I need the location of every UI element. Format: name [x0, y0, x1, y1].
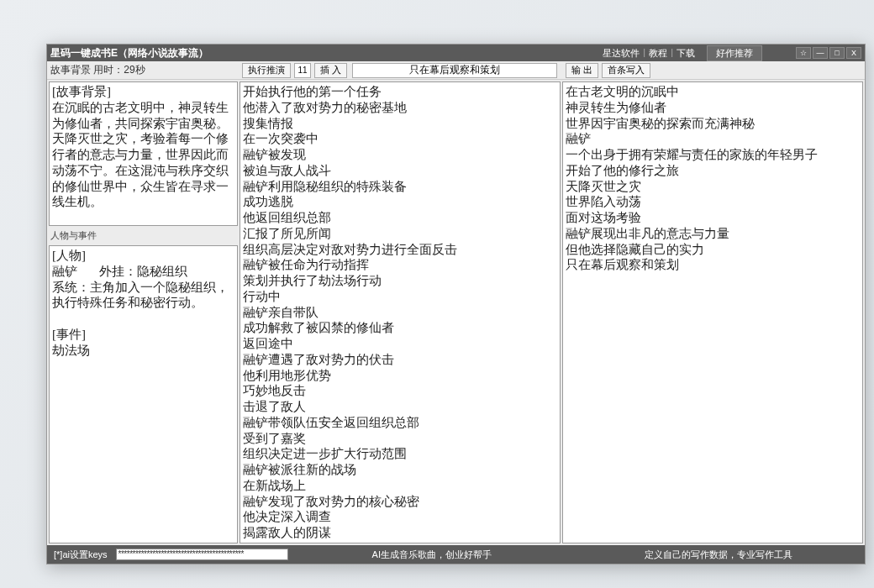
app-title: 星码一键成书E（网络小说故事流） [50, 46, 208, 60]
titlebar-nav: 星达软件 | 教程 | 下载 [601, 47, 697, 60]
plot-lines-box[interactable]: 开始执行他的第一个任务 他潜入了敌对势力的秘密基地 搜集情报 在一次突袭中 融铲… [240, 81, 561, 543]
insert-button[interactable]: 插 入 [314, 63, 347, 78]
characters-events-box[interactable]: [人物] 融铲 外挂：隐秘组织 系统：主角加入一个隐秘组织，执行特殊任务和秘密行… [49, 245, 238, 543]
footer-right-link[interactable]: 定义自己的写作数据，专业写作工具 [576, 549, 861, 561]
app-window: 星码一键成书E（网络小说故事流） 星达软件 | 教程 | 下载 好作推荐 ☆ —… [46, 44, 866, 564]
toolbar: 故事背景 用时：29秒 执行推演 11 插 入 只在幕后观察和策划 输 出 首条… [47, 61, 865, 80]
recommend-button[interactable]: 好作推荐 [707, 45, 762, 61]
execute-button[interactable]: 执行推演 [242, 63, 291, 78]
output-box[interactable]: 在古老文明的沉眠中 神灵转生为修仙者 世界因宇宙奥秘的探索而充满神秘 融铲 一个… [562, 81, 863, 543]
characters-events-label: 人物与事件 [49, 228, 238, 244]
ai-keys-input[interactable]: ****************************************… [116, 549, 288, 560]
output-button[interactable]: 输 出 [566, 63, 598, 78]
ai-keys-label[interactable]: [*]ai设置keys [50, 549, 111, 561]
nav-link-download[interactable]: 下载 [675, 47, 697, 60]
left-column: [故事背景] 在沉眠的古老文明中，神灵转生为修仙者，共同探索宇宙奥秘。天降灭世之… [49, 81, 238, 543]
right-column: 在古老文明的沉眠中 神灵转生为修仙者 世界因宇宙奥秘的探索而充满神秘 融铲 一个… [562, 81, 863, 543]
titlebar: 星码一键成书E（网络小说故事流） 星达软件 | 教程 | 下载 好作推荐 ☆ —… [47, 45, 865, 61]
nav-link-tutorial[interactable]: 教程 [647, 47, 669, 60]
window-favorite-icon[interactable]: ☆ [796, 47, 811, 59]
window-maximize-icon[interactable]: □ [829, 47, 845, 59]
nav-link-software[interactable]: 星达软件 [601, 47, 641, 60]
footer: [*]ai设置keys ****************************… [47, 545, 865, 564]
window-close-icon[interactable]: X [846, 47, 861, 59]
content-area: [故事背景] 在沉眠的古老文明中，神灵转生为修仙者，共同探索宇宙奥秘。天降灭世之… [47, 80, 865, 545]
story-bg-label: 故事背景 用时：29秒 [47, 63, 149, 77]
center-status-text[interactable]: 只在幕后观察和策划 [352, 63, 557, 78]
execute-count[interactable]: 11 [294, 63, 311, 78]
middle-column: 开始执行他的第一个任务 他潜入了敌对势力的秘密基地 搜集情报 在一次突袭中 融铲… [240, 81, 561, 543]
window-minimize-icon[interactable]: — [813, 47, 828, 59]
story-background-box[interactable]: [故事背景] 在沉眠的古老文明中，神灵转生为修仙者，共同探索宇宙奥秘。天降灭世之… [49, 81, 238, 226]
first-write-button[interactable]: 首条写入 [602, 63, 650, 78]
footer-center-link[interactable]: AI生成音乐歌曲，创业好帮手 [293, 549, 571, 561]
